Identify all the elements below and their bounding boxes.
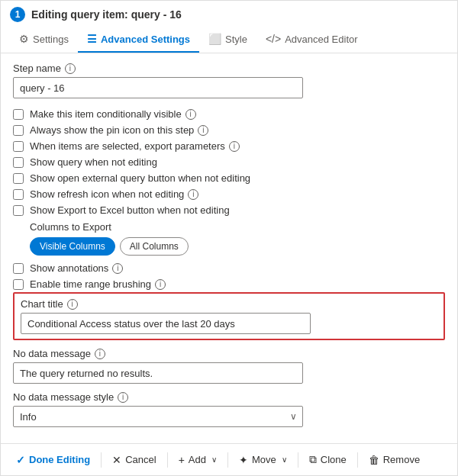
checkboxes-group-2: Show annotations i Enable time range bru… (13, 260, 445, 292)
clone-icon: ⧉ (309, 453, 317, 466)
show-annotations-checkbox[interactable] (13, 263, 24, 274)
checkbox-conditional-visible: Make this item conditionally visible i (13, 106, 445, 122)
page-title: Editing query item: query - 16 (31, 8, 182, 21)
cancel-button[interactable]: ✕ Cancel (103, 449, 165, 471)
show-refresh-info-icon[interactable]: i (188, 189, 198, 200)
no-data-message-group: No data message i (13, 348, 445, 384)
chart-title-section: Chart title i (13, 292, 445, 340)
step-name-label: Step name i (13, 63, 445, 74)
show-external-checkbox[interactable] (13, 173, 24, 184)
checkbox-show-refresh: Show refresh icon when not editing i (13, 186, 445, 202)
chart-title-input[interactable] (21, 313, 311, 334)
show-pin-checkbox[interactable] (13, 125, 24, 136)
no-data-style-group: No data message style i Info Warning Err… (13, 391, 445, 427)
no-data-message-input[interactable] (13, 362, 303, 384)
toolbar-divider-1 (101, 452, 102, 468)
toolbar-divider-5 (357, 452, 358, 468)
checkboxes-group-1: Make this item conditionally visible i A… (13, 106, 445, 218)
add-icon: + (179, 454, 185, 466)
no-data-style-label: No data message style i (13, 391, 445, 403)
checkbox-show-export-excel: Show Export to Excel button when not edi… (13, 202, 445, 218)
advanced-editor-icon: </> (266, 33, 281, 45)
toolbar-divider-4 (298, 452, 298, 468)
settings-icon: ⚙ (19, 33, 29, 45)
bottom-toolbar: ✓ Done Editing ✕ Cancel + Add ∨ ✦ Move ∨… (1, 443, 457, 475)
checkbox-show-pin: Always show the pin icon on this step i (13, 122, 445, 138)
checkbox-show-external: Show open external query button when not… (13, 170, 445, 186)
remove-button[interactable]: 🗑 Remove (360, 449, 429, 471)
no-data-message-label: No data message i (13, 348, 445, 359)
step-name-input[interactable] (13, 77, 303, 98)
tab-advanced-settings[interactable]: ☰ Advanced Settings (78, 27, 199, 53)
no-data-message-info-icon[interactable]: i (95, 349, 105, 359)
time-range-info-icon[interactable]: i (155, 279, 166, 290)
move-button[interactable]: ✦ Move ∨ (230, 449, 296, 471)
add-button[interactable]: + Add ∨ (169, 449, 226, 471)
show-refresh-checkbox[interactable] (13, 189, 24, 200)
export-params-checkbox[interactable] (13, 141, 24, 152)
chart-title-info-icon[interactable]: i (67, 299, 78, 310)
step-name-group: Step name i (13, 63, 445, 98)
move-icon: ✦ (239, 454, 248, 466)
no-data-style-select-wrapper: Info Warning Error Success ∨ (13, 406, 303, 427)
export-params-info-icon[interactable]: i (229, 141, 240, 152)
move-dropdown-arrow-icon: ∨ (282, 455, 287, 464)
clone-button[interactable]: ⧉ Clone (300, 449, 356, 471)
show-export-excel-checkbox[interactable] (13, 205, 24, 216)
checkbox-time-range: Enable time range brushing i (13, 276, 445, 292)
pill-group: Visible Columns All Columns (30, 237, 445, 256)
remove-icon: 🗑 (369, 454, 379, 466)
step-number: 1 (10, 7, 25, 22)
toolbar-divider-2 (167, 452, 168, 468)
cancel-icon: ✕ (112, 454, 121, 466)
content-area: Step name i Make this item conditionally… (1, 53, 457, 443)
conditional-visible-info-icon[interactable]: i (185, 109, 196, 120)
done-editing-checkmark-icon: ✓ (16, 454, 25, 466)
show-pin-info-icon[interactable]: i (198, 125, 208, 136)
show-query-checkbox[interactable] (13, 157, 24, 168)
conditional-visible-checkbox[interactable] (13, 109, 24, 120)
checkbox-show-annotations: Show annotations i (13, 260, 445, 276)
add-dropdown-arrow-icon: ∨ (211, 455, 217, 464)
pill-all-columns[interactable]: All Columns (120, 237, 189, 256)
no-data-style-info-icon[interactable]: i (118, 392, 128, 403)
pill-visible-columns[interactable]: Visible Columns (30, 237, 115, 256)
toolbar-divider-3 (227, 452, 228, 468)
checkbox-export-params: When items are selected, export paramete… (13, 138, 445, 154)
step-name-info-icon[interactable]: i (65, 63, 76, 74)
tabs-row: ⚙ Settings ☰ Advanced Settings ⬜ Style <… (10, 27, 448, 53)
columns-export-section: Columns to Export Visible Columns All Co… (30, 221, 445, 256)
no-data-style-select[interactable]: Info Warning Error Success (13, 406, 303, 427)
style-icon: ⬜ (208, 33, 221, 45)
chart-title-label: Chart title i (21, 298, 437, 310)
checkbox-show-query: Show query when not editing (13, 154, 445, 170)
tab-style[interactable]: ⬜ Style (199, 27, 256, 53)
columns-export-label: Columns to Export (30, 221, 445, 233)
time-range-checkbox[interactable] (13, 279, 24, 290)
tab-settings[interactable]: ⚙ Settings (10, 27, 78, 53)
done-editing-button[interactable]: ✓ Done Editing (7, 449, 99, 471)
show-annotations-info-icon[interactable]: i (112, 263, 123, 274)
tab-advanced-editor[interactable]: </> Advanced Editor (256, 27, 367, 53)
advanced-settings-icon: ☰ (87, 33, 97, 45)
